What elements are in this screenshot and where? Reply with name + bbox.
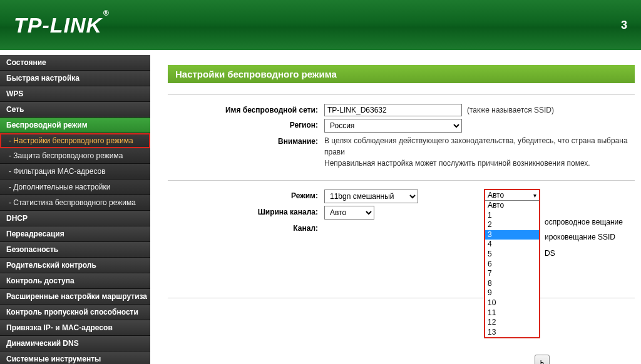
nav-item[interactable]: Быстрая настройка <box>0 71 150 86</box>
page-title: Настройки беспроводного режима <box>168 65 635 83</box>
nav-item[interactable]: Безопасность <box>0 242 150 258</box>
nav-item[interactable]: - Защита беспроводного режима <box>0 148 150 164</box>
ssid-label: Имя беспроводной сети: <box>168 104 324 116</box>
mode-label: Режим: <box>168 190 324 203</box>
channel-option[interactable]: 2 <box>485 220 539 230</box>
nav-item[interactable]: - Дополнительные настройки <box>0 179 150 195</box>
nav-item[interactable]: Системные инструменты <box>0 351 150 364</box>
nav-item[interactable]: Динамический DNS <box>0 336 150 351</box>
channel-option[interactable]: 3 <box>485 230 539 240</box>
nav-item[interactable]: DHCP <box>0 211 150 226</box>
content: Настройки беспроводного режима Имя беспр… <box>150 50 641 364</box>
ssid-broadcast-partial: ироковещание SSID <box>545 233 615 241</box>
warning-label: Внимание: <box>168 135 324 169</box>
nav-item[interactable]: Контроль пропускной способности <box>0 305 150 320</box>
channel-option[interactable]: 11 <box>485 308 539 318</box>
warning-text-2: Неправильная настройка может послужить п… <box>324 158 635 169</box>
separator-2 <box>168 180 635 181</box>
nav-item[interactable]: Сеть <box>0 102 150 118</box>
channel-option[interactable]: 1 <box>485 211 539 221</box>
sidebar: СостояниеБыстрая настройкаWPSСетьБеспров… <box>0 50 150 364</box>
nav-item[interactable]: Привязка IP- и MAC-адресов <box>0 320 150 336</box>
nav-item[interactable]: - Фильтрация MAC-адресов <box>0 164 150 179</box>
ssid-note: (также называется SSID) <box>467 106 554 114</box>
warning-text-1: В целях соблюдения действующего законода… <box>324 135 635 158</box>
channel-option[interactable]: 12 <box>485 318 539 328</box>
nav-item[interactable]: - Настройки беспроводного режима <box>0 133 150 148</box>
chevron-down-icon: ▾ <box>533 192 536 199</box>
mode-select[interactable]: 11bgn смешанный <box>324 190 418 203</box>
nav-item[interactable]: Состояние <box>0 55 150 71</box>
nav-item[interactable]: WPS <box>0 86 150 102</box>
nav-item[interactable]: Контроль доступа <box>0 273 150 289</box>
channel-option[interactable]: Авто <box>485 201 539 211</box>
logo: TP-LINK® <box>14 13 108 38</box>
banner: TP-LINK® 3 <box>0 0 641 50</box>
channel-option[interactable]: 8 <box>485 279 539 289</box>
save-button[interactable]: ь <box>535 355 550 364</box>
channel-option[interactable]: 9 <box>485 288 539 298</box>
channel-option[interactable]: 10 <box>485 298 539 308</box>
separator <box>168 94 635 95</box>
nav-item[interactable]: Расширенные настройки маршрутиза <box>0 289 150 305</box>
wds-partial: DS <box>545 249 555 258</box>
nav-item[interactable]: Родительский контроль <box>0 258 150 273</box>
channel-option[interactable]: 7 <box>485 269 539 279</box>
region-select[interactable]: Россия <box>324 119 462 133</box>
channel-label: Канал: <box>168 222 324 233</box>
channel-width-label: Ширина канала: <box>168 206 324 220</box>
ssid-input[interactable] <box>324 104 462 116</box>
separator-3 <box>168 298 635 298</box>
nav-item[interactable]: - Статистика беспроводного режима <box>0 195 150 211</box>
nav-item[interactable]: Переадресация <box>0 226 150 242</box>
banner-model: 3 <box>621 19 627 32</box>
wireless-broadcast-partial: оспроводное вещание <box>545 218 623 226</box>
channel-dropdown-open[interactable]: Авто ▾ Авто12345678910111213 <box>484 189 540 338</box>
channel-option[interactable]: 13 <box>485 328 539 338</box>
channel-select-display[interactable]: Авто ▾ <box>485 190 539 201</box>
channel-width-select[interactable]: Авто <box>324 206 374 220</box>
channel-option[interactable]: 5 <box>485 250 539 260</box>
nav-item[interactable]: Беспроводной режим <box>0 118 150 133</box>
channel-option[interactable]: 6 <box>485 260 539 270</box>
channel-option[interactable]: 4 <box>485 240 539 250</box>
region-label: Регион: <box>168 119 324 133</box>
